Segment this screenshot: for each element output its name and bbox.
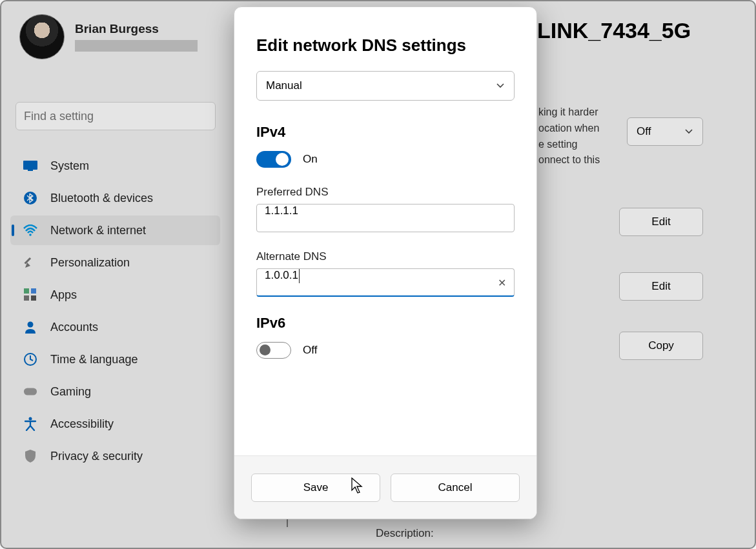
dns-mode-select[interactable]: Manual [256,71,515,101]
preferred-dns-label: Preferred DNS [256,186,515,199]
mouse-cursor [351,477,364,497]
cancel-button[interactable]: Cancel [391,474,520,502]
ipv6-toggle-label: Off [303,344,317,357]
chevron-down-icon [496,79,505,92]
dns-mode-value: Manual [266,79,302,92]
clear-input-icon[interactable]: ✕ [498,276,506,288]
alternate-dns-label: Alternate DNS [256,250,515,263]
preferred-dns-value: 1.1.1.1 [265,205,298,217]
ipv6-toggle[interactable] [256,342,291,359]
ipv4-toggle-label: On [303,153,318,166]
ipv4-toggle[interactable] [256,151,291,168]
preferred-dns-input[interactable]: 1.1.1.1 [256,204,515,232]
edit-dns-dialog: Edit network DNS settings Manual IPv4 On… [234,6,537,519]
ipv6-section-title: IPv6 [256,315,515,332]
dialog-title: Edit network DNS settings [256,35,515,55]
alternate-dns-input[interactable]: 1.0.0.1 ✕ [256,268,515,297]
ipv4-section-title: IPv4 [256,124,515,141]
alternate-dns-value: 1.0.0.1 [265,269,298,281]
